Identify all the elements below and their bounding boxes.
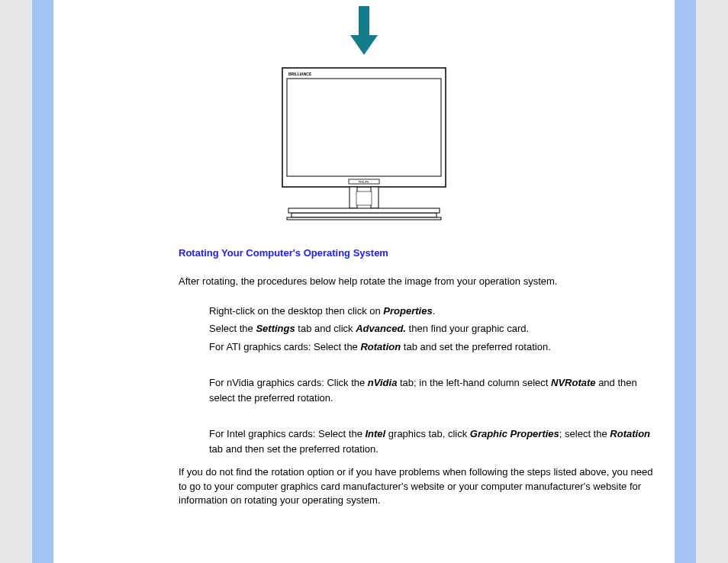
emph: Intel bbox=[365, 428, 385, 439]
text: For ATI graphics cards: Select the bbox=[209, 341, 360, 352]
down-arrow-icon bbox=[53, 0, 675, 59]
svg-rect-8 bbox=[350, 187, 357, 208]
monitor-illustration: BRILLIANCE PHILIPS bbox=[53, 63, 675, 226]
svg-rect-9 bbox=[371, 187, 378, 208]
section-heading: Rotating Your Computer's Operating Syste… bbox=[179, 247, 658, 259]
text: Select the bbox=[209, 323, 256, 334]
svg-text:BRILLIANCE: BRILLIANCE bbox=[288, 72, 312, 76]
emph: Settings bbox=[256, 323, 295, 334]
step-group-2: For nVidia graphics cards: Click the nVi… bbox=[209, 375, 658, 405]
svg-rect-11 bbox=[292, 213, 436, 217]
text: ; select the bbox=[559, 428, 610, 439]
text: tab and click bbox=[295, 323, 356, 334]
text: . bbox=[433, 305, 436, 317]
text: For nVidia graphics cards: Click the bbox=[209, 377, 368, 388]
emph: Rotation bbox=[360, 341, 401, 352]
emph: Properties bbox=[383, 305, 432, 317]
step-group-3: For Intel graphics cards: Select the Int… bbox=[209, 426, 658, 456]
text: Right-click on the desktop then click on bbox=[209, 305, 383, 317]
svg-rect-5 bbox=[287, 79, 441, 176]
emph: nVidia bbox=[368, 377, 398, 388]
text: then find your graphic card. bbox=[406, 323, 529, 334]
emph: Graphic Properties bbox=[470, 428, 559, 439]
svg-rect-12 bbox=[288, 208, 440, 213]
text: tab and set the preferred rotation. bbox=[401, 341, 551, 352]
outro-text: If you do not find the rotation option o… bbox=[179, 465, 658, 507]
emph: Advanced. bbox=[356, 323, 406, 334]
svg-rect-10 bbox=[356, 191, 372, 205]
text: tab; in the left-hand column select bbox=[397, 377, 551, 388]
intro-text: After rotating, the procedures below hel… bbox=[179, 275, 658, 288]
emph: Rotation bbox=[610, 428, 650, 439]
text: tab and then set the preferred rotation. bbox=[209, 443, 378, 455]
step-group-1: Right-click on the desktop then click on… bbox=[209, 304, 658, 355]
emph: NVRotate bbox=[551, 377, 596, 388]
text: graphics tab, click bbox=[385, 428, 470, 439]
text: For Intel graphics cards: Select the bbox=[209, 428, 365, 439]
svg-rect-13 bbox=[287, 217, 441, 220]
svg-rect-0 bbox=[359, 6, 369, 35]
svg-marker-1 bbox=[350, 35, 378, 55]
svg-text:PHILIPS: PHILIPS bbox=[359, 181, 369, 184]
